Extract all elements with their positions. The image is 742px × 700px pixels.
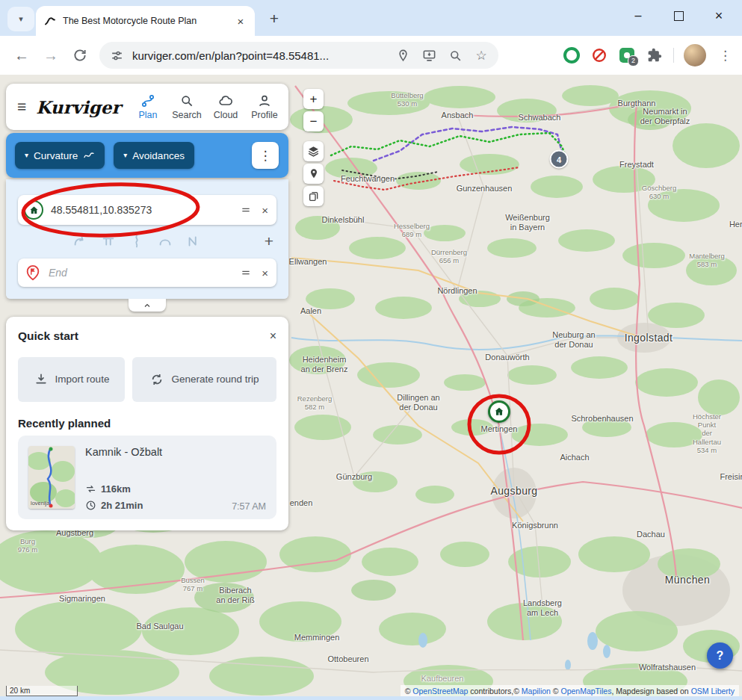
wiggle-icon[interactable] bbox=[129, 233, 145, 250]
refresh-icon bbox=[149, 372, 164, 387]
end-waypoint-field[interactable]: End × bbox=[18, 258, 276, 287]
window-maximize-button[interactable] bbox=[661, 1, 696, 30]
route-icon bbox=[140, 93, 155, 108]
new-tab-button[interactable]: + bbox=[264, 8, 285, 29]
ring-icon bbox=[563, 47, 580, 64]
remove-waypoint-button[interactable]: × bbox=[262, 204, 268, 217]
site-settings-icon[interactable] bbox=[108, 47, 125, 64]
quick-start-close-button[interactable]: × bbox=[270, 329, 276, 343]
overlap-squares-icon bbox=[308, 191, 320, 202]
curvature-button[interactable]: ▾ Curvature bbox=[15, 142, 105, 169]
collapse-panel-button[interactable] bbox=[129, 299, 166, 312]
window-minimize-button[interactable]: – bbox=[621, 1, 655, 30]
drag-handle-icon[interactable] bbox=[240, 204, 252, 216]
map-controls: + − bbox=[303, 89, 324, 206]
recent-route-card[interactable]: lovenija Kamnik - Ožbalt 116km 2h 21min … bbox=[18, 436, 276, 519]
attribution-link[interactable]: Mapilion bbox=[522, 687, 551, 696]
waypoint-type-row bbox=[72, 233, 202, 250]
layers-button[interactable] bbox=[303, 141, 324, 161]
route-shape-icon[interactable] bbox=[185, 233, 202, 250]
start-coordinates-value[interactable]: 48.554811,10.835273 bbox=[51, 204, 240, 216]
curvy-road-icon bbox=[83, 149, 95, 161]
start-waypoint-field[interactable]: 48.554811,10.835273 × bbox=[18, 195, 276, 225]
zoom-icon[interactable] bbox=[447, 47, 463, 64]
browser-menu-button[interactable]: ⋮ bbox=[716, 48, 735, 64]
nav-tab-plan[interactable]: Plan bbox=[129, 93, 167, 120]
attribution-link[interactable]: OpenStreetMap bbox=[412, 687, 468, 696]
tab-close-button[interactable]: × bbox=[234, 15, 247, 28]
barrier-icon[interactable] bbox=[100, 233, 117, 250]
profile-avatar[interactable] bbox=[684, 44, 706, 66]
home-waypoint-icon bbox=[24, 200, 43, 220]
marker-button[interactable] bbox=[303, 164, 324, 184]
install-app-icon[interactable] bbox=[421, 47, 437, 64]
extension-messages-icon[interactable]: 2 bbox=[618, 46, 636, 64]
distance-value: 116km bbox=[101, 483, 131, 495]
extension-green-ring-icon[interactable] bbox=[563, 46, 581, 64]
nav-tab-search[interactable]: Search bbox=[167, 93, 206, 120]
extension-blocker-icon[interactable] bbox=[590, 46, 608, 64]
nav-tab-cloud[interactable]: Cloud bbox=[206, 93, 245, 120]
bookmark-star-icon[interactable]: ☆ bbox=[473, 47, 489, 64]
menu-hamburger-icon[interactable]: ≡ bbox=[17, 98, 26, 116]
reload-icon bbox=[72, 48, 87, 63]
cloud-icon bbox=[218, 93, 233, 108]
browser-tab[interactable]: The Best Motorcycle Route Plan × bbox=[36, 6, 255, 36]
add-waypoint-button[interactable]: + bbox=[265, 232, 273, 250]
browser-window: ▾ The Best Motorcycle Route Plan × + – ×… bbox=[0, 0, 742, 700]
avoidances-button[interactable]: ▾ Avoidances bbox=[114, 142, 194, 169]
help-button[interactable]: ? bbox=[707, 642, 733, 669]
home-icon bbox=[493, 406, 505, 418]
curved-arrow-icon[interactable] bbox=[72, 233, 88, 250]
import-route-button[interactable]: Import route bbox=[18, 357, 125, 402]
location-pin-icon[interactable] bbox=[395, 47, 411, 64]
swap-arrows-icon bbox=[85, 483, 96, 495]
import-route-label: Import route bbox=[55, 373, 110, 386]
home-waypoint-marker[interactable] bbox=[488, 400, 510, 423]
thumbnail-region-label: lovenija bbox=[31, 500, 49, 507]
browser-tab-strip: ▾ The Best Motorcycle Route Plan × + – × bbox=[0, 0, 742, 36]
compare-maps-button[interactable] bbox=[303, 186, 324, 206]
attribution-text: contributors,© bbox=[468, 687, 521, 696]
tab-title: The Best Motorcycle Route Plan bbox=[63, 16, 234, 26]
attribution-link[interactable]: OSM Liberty bbox=[691, 687, 735, 696]
forward-button[interactable]: → bbox=[40, 45, 61, 66]
recent-route-duration: 2h 21min bbox=[85, 500, 143, 511]
map-scale: 20 km bbox=[6, 686, 78, 696]
attribution-link[interactable]: OpenMapTiles bbox=[560, 687, 611, 696]
generate-round-trip-button[interactable]: Generate round trip bbox=[132, 357, 276, 402]
zoom-in-button[interactable]: + bbox=[303, 89, 324, 109]
duration-value: 2h 21min bbox=[101, 500, 143, 511]
remove-waypoint-button[interactable]: × bbox=[262, 267, 268, 279]
quick-start-panel: Quick start × Import route Generate roun… bbox=[6, 317, 288, 530]
download-icon bbox=[34, 372, 49, 387]
end-placeholder[interactable]: End bbox=[49, 267, 240, 279]
nav-label: Profile bbox=[251, 110, 277, 120]
chevron-down-icon: ▾ bbox=[123, 152, 127, 159]
more-options-button[interactable]: ⋮ bbox=[252, 142, 279, 169]
extensions-area: 2 ⋮ bbox=[563, 44, 735, 66]
reload-button[interactable] bbox=[69, 45, 90, 66]
chevron-down-icon: ▾ bbox=[19, 14, 23, 24]
nav-tab-profile[interactable]: Profile bbox=[245, 93, 284, 120]
attribution-text: , Mapdesign based on bbox=[611, 687, 690, 696]
extensions-puzzle-icon[interactable] bbox=[646, 46, 664, 64]
back-button[interactable]: ← bbox=[11, 45, 32, 66]
window-close-button[interactable]: × bbox=[702, 1, 736, 30]
recent-route-time: 7:57 AM bbox=[232, 501, 266, 512]
kurviger-logo[interactable]: Kurviger bbox=[36, 97, 120, 117]
route-marker-4[interactable]: 4 bbox=[550, 150, 569, 169]
url-text[interactable]: kurviger.com/en/plan?point=48.55481... bbox=[132, 49, 385, 62]
search-icon bbox=[179, 93, 194, 108]
drag-handle-icon[interactable] bbox=[240, 267, 252, 279]
tab-search-button[interactable]: ▾ bbox=[7, 7, 34, 31]
curve-icon[interactable] bbox=[157, 233, 173, 250]
app-nav: Plan Search Cloud Profile bbox=[129, 93, 284, 120]
zoom-out-button[interactable]: − bbox=[303, 111, 324, 131]
pin-icon bbox=[308, 168, 320, 180]
recent-route-distance: 116km bbox=[85, 483, 131, 495]
maximize-icon bbox=[674, 11, 684, 21]
address-bar[interactable]: kurviger.com/en/plan?point=48.55481... ☆ bbox=[99, 42, 498, 69]
nav-label: Search bbox=[172, 110, 202, 120]
generate-round-trip-label: Generate round trip bbox=[171, 373, 259, 386]
